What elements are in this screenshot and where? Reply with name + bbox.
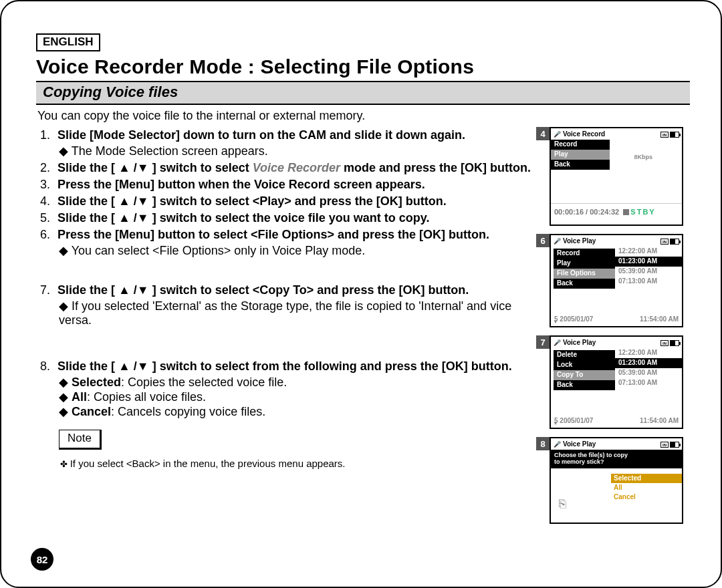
figure-6-title: Voice Play [563, 237, 596, 245]
section-bar: Copying Voice files [36, 81, 690, 105]
figure-8: 8 Voice Play IN Choose the file(s) to co… [550, 437, 690, 524]
figure-4-num: 4 [536, 127, 550, 140]
mic-icon [554, 237, 561, 245]
fig7-row-1: 12:22:00 AM [615, 348, 682, 358]
figure-7-title: Voice Play [563, 339, 596, 347]
fig4-menu-record: Record [551, 140, 610, 150]
page-title: Voice Recorder Mode : Selecting File Opt… [36, 55, 690, 78]
fig7-menu-delete: Delete [554, 350, 615, 360]
note-heading: Note [59, 430, 102, 450]
step-2: Slide the [ ▲ /▼ ] switch to select Voic… [53, 161, 537, 175]
fig8-question: Choose the file(s) to copy to memory sti… [551, 450, 682, 468]
figure-7-num: 7 [536, 335, 550, 349]
step-8: Slide the [ ▲ /▼ ] switch to select from… [53, 359, 537, 419]
memory-icon: IN [660, 340, 669, 346]
fig6-row-2: 01:23:00 AM [615, 257, 682, 267]
figure-8-title: Voice Play [563, 440, 596, 448]
fig7-menu-lock: Lock [554, 360, 615, 370]
fig6-tail-date: 5 2005/01/07 [554, 315, 593, 323]
page-number: 82 [31, 548, 53, 571]
figure-4: 4 Voice Record IN Record Play Back [550, 127, 690, 226]
fig4-menu-back: Back [551, 160, 610, 170]
battery-icon [670, 239, 679, 245]
fig6-row-3: 05:39:00 AM [615, 267, 682, 277]
fig6-menu-record: Record [554, 249, 615, 259]
language-label: ENGLISH [36, 33, 100, 51]
fig6-tail-time: 11:54:00 AM [640, 315, 679, 323]
step-5: Slide the [ ▲ /▼ ] switch to select the … [53, 211, 537, 225]
figure-7: 7 Voice Play IN 12:22:00 AM 01:23:00 AM … [550, 335, 690, 429]
fig7-row-3: 05:39:00 AM [615, 368, 682, 378]
step-7: Slide the [ ▲ /▼ ] switch to select <Cop… [53, 283, 537, 357]
section-title: Copying Voice files [43, 84, 683, 101]
step-1-sub: The Mode Selection screen appears. [59, 144, 537, 158]
mic-icon [554, 440, 561, 448]
note-list: If you select <Back> in the menu, the pr… [60, 458, 537, 469]
step-8-sub-2: All: Copies all voice files. [59, 390, 537, 404]
memory-icon: IN [660, 442, 669, 448]
memory-icon: IN [660, 132, 669, 138]
figure-6-num: 6 [536, 234, 550, 247]
figure-4-title: Voice Record [563, 130, 605, 138]
figure-6: 6 Voice Play IN 12:22:00 AM 01:23:00 AM … [550, 234, 690, 327]
step-4: Slide the [ ▲ /▼ ] switch to select <Pla… [53, 194, 537, 208]
fig8-opt-selected: Selected [611, 474, 682, 483]
step-6: Press the [Menu] button to select <File … [53, 228, 537, 281]
fig6-row-1: 12:22:00 AM [615, 247, 682, 257]
stop-icon [623, 209, 629, 215]
figure-8-num: 8 [536, 437, 550, 450]
copy-icon: ⎘ [559, 497, 566, 512]
fig7-tail-time: 11:54:00 AM [640, 417, 679, 425]
battery-icon [670, 132, 679, 138]
step-1: Slide [Mode Selector] down to turn on th… [53, 128, 537, 158]
instructions-column: Slide [Mode Selector] down to turn on th… [36, 127, 543, 532]
step-7-sub: If you selected 'External' as the Storag… [59, 299, 537, 327]
fig8-opt-all: All [611, 483, 682, 492]
step-8-sub-3: Cancel: Cancels copying voice files. [59, 404, 537, 419]
fig7-row-2: 01:23:00 AM [615, 358, 682, 368]
fig4-status: STBY [630, 208, 655, 216]
fig8-opt-cancel: Cancel [611, 492, 682, 502]
mic-icon [554, 130, 561, 138]
fig7-tail-date: 5 2005/01/07 [554, 417, 593, 425]
fig7-row-4: 07:13:00 AM [615, 378, 682, 388]
note-item: If you select <Back> in the menu, the pr… [60, 458, 537, 469]
fig7-menu-copyto: Copy To [554, 370, 615, 380]
fig4-menu-play: Play [551, 150, 610, 160]
figures-column: 4 Voice Record IN Record Play Back [543, 127, 690, 532]
fig6-menu-back: Back [554, 279, 615, 289]
battery-icon [670, 340, 679, 346]
step-8-sub-1: Selected: Copies the selected voice file… [59, 375, 537, 390]
fig6-menu-fileoptions: File Options [554, 269, 615, 279]
step-list: Slide [Mode Selector] down to turn on th… [39, 128, 537, 419]
memory-icon: IN [660, 239, 669, 245]
step-3: Press the [Menu] button when the Voice R… [53, 178, 537, 192]
mic-icon [554, 339, 561, 347]
fig4-time: 00:00:16 / 00:24:32 [554, 208, 619, 216]
fig7-menu-back: Back [554, 380, 615, 390]
intro-text: You can copy the voice file to the inter… [37, 109, 690, 123]
battery-icon [670, 442, 679, 448]
fig4-rate: 8Kbps [634, 154, 652, 161]
step-6-sub: You can select <File Options> only in Vo… [59, 243, 537, 258]
fig6-menu-play: Play [554, 259, 615, 269]
fig6-row-4: 07:13:00 AM [615, 277, 682, 287]
